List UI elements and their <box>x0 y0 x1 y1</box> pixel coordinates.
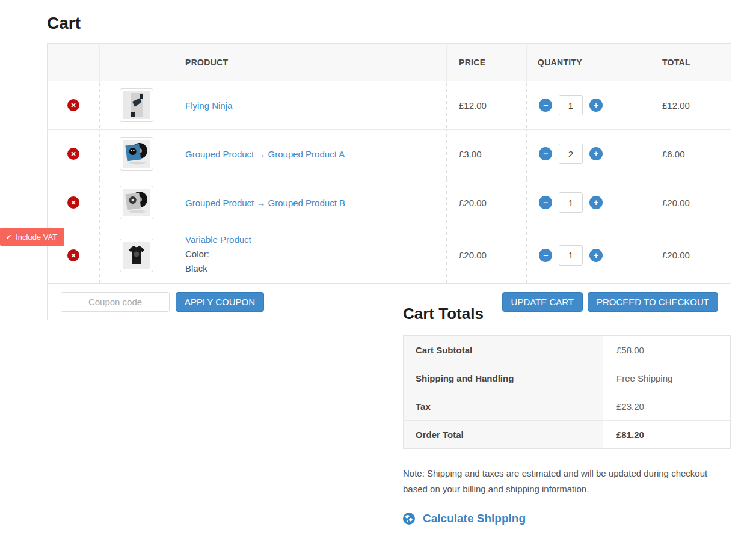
header-thumbnail <box>100 44 173 81</box>
quantity-input[interactable] <box>559 192 583 213</box>
total-cell: £20.00 <box>650 178 731 227</box>
cart-totals-title: Cart Totals <box>403 304 731 323</box>
variation-label: Color: <box>185 247 446 261</box>
cart-totals-section: Cart Totals Cart Subtotal £58.00 Shippin… <box>403 304 731 525</box>
order-total-label: Order Total <box>404 421 603 449</box>
quantity-stepper: − + <box>539 95 650 115</box>
minus-icon[interactable]: − <box>539 99 552 112</box>
quantity-stepper: − + <box>539 192 650 213</box>
quantity-input[interactable] <box>559 144 583 164</box>
cart-row-flying-ninja: ✕ Flying Ninja £12.00 <box>48 81 731 130</box>
shipping-label: Shipping and Handling <box>404 364 603 392</box>
shipping-tax-note: Note: Shipping and taxes are estimated a… <box>403 466 731 498</box>
header-quantity: QUANTITY <box>527 44 650 81</box>
price-cell: £20.00 <box>447 178 527 227</box>
remove-item-icon[interactable]: ✕ <box>67 196 79 209</box>
totals-row-shipping: Shipping and Handling Free Shipping <box>404 364 731 392</box>
include-vat-label: Include VAT <box>16 233 57 242</box>
cart-row-variable-product: ✕ Variable Product Color: Black <box>48 227 731 284</box>
subtotal-value: £58.00 <box>603 336 731 364</box>
minus-icon[interactable]: − <box>539 249 552 262</box>
total-cell: £6.00 <box>650 130 731 178</box>
header-price: PRICE <box>447 44 527 81</box>
check-icon: ✔ <box>6 233 11 241</box>
calculate-shipping-label: Calculate Shipping <box>423 512 526 525</box>
header-remove <box>48 44 100 81</box>
cart-table: PRODUCT PRICE QUANTITY TOTAL ✕ <box>47 43 731 320</box>
plus-icon[interactable]: + <box>589 147 603 160</box>
plus-icon[interactable]: + <box>589 196 603 209</box>
price-cell: £20.00 <box>447 227 527 284</box>
product-thumbnail-variable[interactable] <box>120 239 153 272</box>
cart-row-grouped-a: ✕ <box>48 130 731 178</box>
order-total-value: £81.20 <box>603 421 731 449</box>
variation-info: Color: Black <box>185 247 446 276</box>
product-thumbnail-grouped-a[interactable] <box>120 137 153 171</box>
totals-row-tax: Tax £23.20 <box>404 392 731 421</box>
product-thumbnail-grouped-b[interactable] <box>120 186 153 219</box>
product-link[interactable]: Grouped Product → Grouped Product B <box>185 198 345 208</box>
tshirt-image <box>123 242 150 269</box>
cart-table-header-row: PRODUCT PRICE QUANTITY TOTAL <box>48 44 731 81</box>
vinyl-image <box>123 140 150 168</box>
shipping-value: Free Shipping <box>603 364 731 392</box>
apply-coupon-button[interactable]: APPLY COUPON <box>176 292 264 312</box>
page-title: Cart <box>47 13 731 34</box>
tax-label: Tax <box>404 392 603 421</box>
minus-icon[interactable]: − <box>539 196 552 209</box>
totals-row-subtotal: Cart Subtotal £58.00 <box>404 336 731 364</box>
plus-icon[interactable]: + <box>589 99 603 112</box>
header-total: TOTAL <box>650 44 731 81</box>
price-cell: £3.00 <box>447 130 527 178</box>
plus-icon[interactable]: + <box>589 249 603 262</box>
poster-image <box>123 91 150 119</box>
globe-icon <box>403 513 415 525</box>
variation-value: Black <box>185 261 446 276</box>
remove-item-icon[interactable]: ✕ <box>67 148 79 160</box>
cart-totals-table: Cart Subtotal £58.00 Shipping and Handli… <box>403 335 731 449</box>
header-product: PRODUCT <box>173 44 447 81</box>
product-thumbnail-flying-ninja[interactable] <box>120 88 153 122</box>
coupon-code-input[interactable] <box>61 292 170 312</box>
quantity-stepper: − + <box>539 245 650 266</box>
quantity-input[interactable] <box>559 95 583 115</box>
cart-section: Cart PRODUCT PRICE QUANTITY TOTAL ✕ <box>47 13 731 320</box>
total-cell: £12.00 <box>650 81 731 130</box>
totals-row-order-total: Order Total £81.20 <box>404 421 731 449</box>
subtotal-label: Cart Subtotal <box>404 336 603 364</box>
product-link[interactable]: Grouped Product → Grouped Product A <box>185 149 345 159</box>
minus-icon[interactable]: − <box>539 147 552 160</box>
vinyl-image <box>123 189 150 216</box>
price-cell: £12.00 <box>447 81 527 130</box>
cart-row-grouped-b: ✕ <box>48 178 731 227</box>
quantity-input[interactable] <box>559 245 583 266</box>
remove-item-icon[interactable]: ✕ <box>67 99 79 111</box>
quantity-stepper: − + <box>539 144 650 164</box>
product-link[interactable]: Flying Ninja <box>185 100 232 111</box>
remove-item-icon[interactable]: ✕ <box>67 249 79 261</box>
total-cell: £20.00 <box>650 227 731 284</box>
include-vat-badge[interactable]: ✔ Include VAT <box>0 228 64 246</box>
product-link[interactable]: Variable Product <box>185 234 251 245</box>
calculate-shipping-link[interactable]: Calculate Shipping <box>403 512 731 525</box>
coupon-group: APPLY COUPON <box>61 292 264 312</box>
tax-value: £23.20 <box>603 392 731 421</box>
